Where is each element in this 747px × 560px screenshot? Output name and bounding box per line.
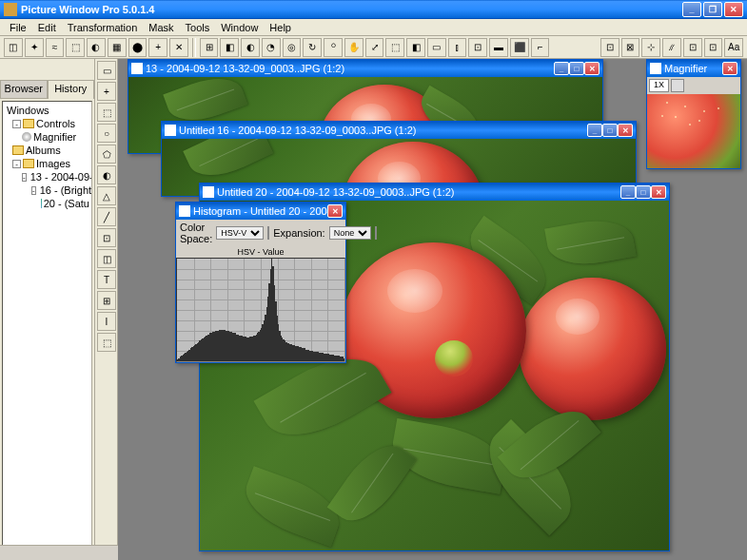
- menu-edit[interactable]: Edit: [32, 22, 62, 33]
- tool-btn-g2-9[interactable]: ⤢: [365, 38, 384, 57]
- close-button[interactable]: ✕: [724, 2, 743, 17]
- doc-close-button[interactable]: ✕: [584, 62, 600, 75]
- document-icon: [131, 63, 143, 74]
- tool-btn-5[interactable]: ◐: [87, 38, 106, 57]
- tool-btn-3[interactable]: ≈: [46, 38, 65, 57]
- sidebar: Browser History Windows -Controls Magnif…: [0, 59, 95, 560]
- vtool-13[interactable]: I: [97, 312, 116, 331]
- vtool-11[interactable]: T: [97, 270, 116, 289]
- tool-btn-9[interactable]: ✕: [169, 38, 188, 57]
- tool-btn-g2-1[interactable]: ⊞: [200, 38, 219, 57]
- menubar: File Edit Transformation Mask Tools Wind…: [0, 19, 747, 36]
- vtool-4[interactable]: ○: [97, 124, 116, 143]
- menu-tools[interactable]: Tools: [180, 22, 216, 33]
- tool-btn-g2-15[interactable]: ▬: [489, 38, 508, 57]
- tool-btn-6[interactable]: ▦: [108, 38, 127, 57]
- tree-img-13[interactable]: -13 - 2004-09-12 13: [5, 170, 89, 183]
- tool-btn-g3-2[interactable]: ⊠: [621, 38, 640, 57]
- menu-file[interactable]: File: [4, 22, 32, 33]
- histogram-window[interactable]: Histogram - Untitled 20 - 2004-... ✕ Col…: [175, 202, 346, 363]
- colorspace-select[interactable]: HSV-V: [216, 226, 264, 240]
- tool-btn-g2-8[interactable]: ✋: [344, 38, 364, 57]
- tool-btn-g2-13[interactable]: ⫿: [448, 38, 467, 57]
- minimize-button[interactable]: _: [682, 2, 701, 17]
- menu-transformation[interactable]: Transformation: [62, 22, 144, 33]
- tab-history[interactable]: History: [48, 80, 95, 99]
- histogram-icon: [179, 205, 190, 217]
- vtool-8[interactable]: ╱: [97, 207, 116, 226]
- tool-btn-g2-7[interactable]: ᴼ: [324, 38, 343, 57]
- magnifier-window[interactable]: Magnifier ✕ 1X: [646, 59, 741, 169]
- menu-help[interactable]: Help: [264, 22, 297, 33]
- workspace: 13 - 2004-09-12 13-32-09_0003..JPG (1:2)…: [118, 59, 747, 560]
- tool-btn-8[interactable]: +: [148, 38, 167, 57]
- tool-btn-g2-10[interactable]: ⬚: [385, 38, 404, 57]
- tool-btn-2[interactable]: ✦: [25, 38, 44, 57]
- vtool-9[interactable]: ⊡: [97, 228, 116, 247]
- doc-minimize-button[interactable]: _: [554, 62, 569, 75]
- tree-img-16[interactable]: -16 - (Brightnes: [5, 183, 89, 197]
- vtool-2[interactable]: +: [97, 82, 116, 101]
- magnifier-zoom-button[interactable]: [671, 79, 684, 92]
- tool-btn-g3-4[interactable]: ⫽: [662, 38, 681, 57]
- tool-btn-g3-3[interactable]: ⊹: [641, 38, 660, 57]
- tree-img-20[interactable]: 20 - (Satu: [5, 197, 89, 210]
- vtool-12[interactable]: ⊞: [97, 291, 116, 310]
- tool-btn-7[interactable]: ⬤: [128, 38, 147, 57]
- magnifier-zoom[interactable]: 1X: [649, 79, 669, 92]
- tool-btn-g2-17[interactable]: ⌐: [531, 38, 550, 57]
- tree-root[interactable]: Windows: [5, 104, 89, 117]
- vtool-14[interactable]: ⬚: [97, 333, 116, 352]
- tree-images[interactable]: -Images: [5, 157, 89, 170]
- tool-btn-g2-12[interactable]: ▭: [427, 38, 446, 57]
- doc-maximize-button[interactable]: □: [636, 185, 651, 199]
- doc-close-button[interactable]: ✕: [651, 185, 666, 199]
- menu-window[interactable]: Window: [215, 22, 264, 33]
- vtool-6[interactable]: ◐: [97, 165, 116, 184]
- histogram-controls: Color Space: HSV-V Expansion: None: [176, 220, 345, 246]
- tree-albums[interactable]: Albums: [5, 144, 89, 157]
- tab-browser[interactable]: Browser: [0, 80, 48, 99]
- expansion-button[interactable]: [375, 226, 377, 240]
- colorspace-button[interactable]: [267, 226, 269, 240]
- vtool-10[interactable]: ◫: [97, 249, 116, 268]
- tool-btn-g2-16[interactable]: ⬛: [510, 38, 529, 57]
- tree-controls[interactable]: -Controls: [5, 117, 89, 130]
- menu-mask[interactable]: Mask: [143, 22, 179, 33]
- vtool-3[interactable]: ⬚: [97, 103, 116, 122]
- restore-button[interactable]: ❐: [703, 2, 722, 17]
- histogram-titlebar[interactable]: Histogram - Untitled 20 - 2004-... ✕: [176, 203, 345, 220]
- doc-maximize-button[interactable]: □: [602, 124, 618, 137]
- tool-btn-g2-14[interactable]: ⊡: [468, 38, 487, 57]
- doc-titlebar-13[interactable]: 13 - 2004-09-12 13-32-09_0003..JPG (1:2)…: [128, 60, 602, 77]
- tool-btn-g3-1[interactable]: ⊡: [600, 38, 619, 57]
- tool-btn-g2-3[interactable]: ◐: [241, 38, 260, 57]
- tool-btn-g3-6[interactable]: ⊡: [704, 38, 723, 57]
- tool-btn-g2-4[interactable]: ◔: [262, 38, 281, 57]
- tool-btn-g2-2[interactable]: ◧: [220, 38, 239, 57]
- expansion-select[interactable]: None: [329, 226, 371, 240]
- tool-btn-4[interactable]: ⬚: [66, 38, 85, 57]
- tool-btn-g2-11[interactable]: ◧: [406, 38, 425, 57]
- toolbar-top: ◫ ✦ ≈ ⬚ ◐ ▦ ⬤ + ✕ ⊞ ◧ ◐ ◔ ◎ ↻ ᴼ ✋ ⤢ ⬚ ◧ …: [0, 36, 747, 59]
- doc-minimize-button[interactable]: _: [620, 185, 636, 199]
- tool-btn-1[interactable]: ◫: [4, 38, 23, 57]
- vtool-7[interactable]: △: [97, 186, 116, 205]
- doc-titlebar-16[interactable]: Untitled 16 - 2004-09-12 13-32-09_0003..…: [162, 122, 636, 139]
- tree-magnifier[interactable]: Magnifier: [5, 130, 89, 144]
- doc-close-button[interactable]: ✕: [618, 124, 633, 137]
- vtool-1[interactable]: ▭: [97, 61, 116, 80]
- app-icon: [4, 3, 17, 16]
- history-tree[interactable]: Windows -Controls Magnifier Albums -Imag…: [2, 101, 92, 558]
- doc-maximize-button[interactable]: □: [569, 62, 584, 75]
- tool-btn-g3-5[interactable]: ⊡: [683, 38, 702, 57]
- tool-btn-text[interactable]: Aa: [724, 38, 743, 57]
- tool-btn-g2-6[interactable]: ↻: [303, 38, 322, 57]
- doc-minimize-button[interactable]: _: [587, 124, 602, 137]
- magnifier-close-button[interactable]: ✕: [722, 62, 737, 75]
- magnifier-titlebar[interactable]: Magnifier ✕: [647, 60, 740, 77]
- tool-btn-g2-5[interactable]: ◎: [283, 38, 302, 57]
- vtool-5[interactable]: ⬠: [97, 145, 116, 164]
- histogram-close-button[interactable]: ✕: [327, 204, 343, 218]
- doc-titlebar-20[interactable]: Untitled 20 - 2004-09-12 13-32-09_0003..…: [200, 183, 669, 201]
